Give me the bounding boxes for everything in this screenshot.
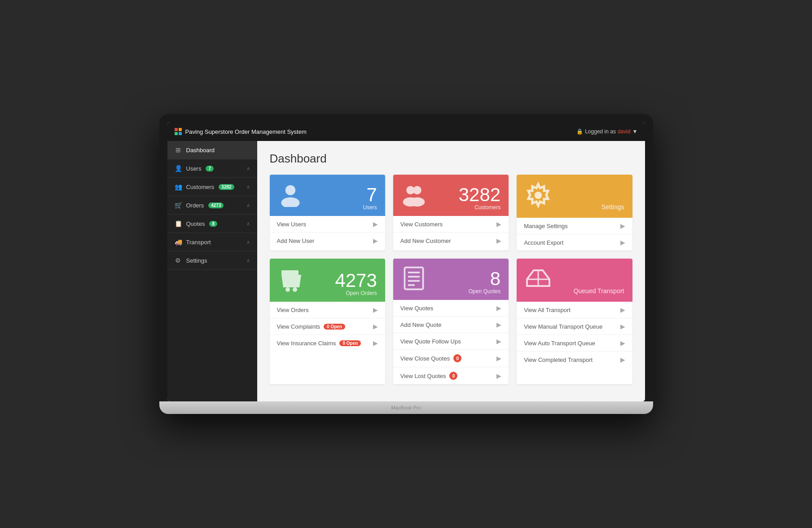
navbar-user: 🔒 Logged in as david ▼ bbox=[576, 128, 637, 135]
arrow-icon: ▶ bbox=[373, 306, 378, 313]
view-customers-link[interactable]: View Customers ▶ bbox=[393, 216, 509, 232]
view-auto-transport-link[interactable]: View Auto Transport Queue ▶ bbox=[517, 334, 632, 351]
lock-icon: 🔒 bbox=[576, 128, 583, 135]
svg-point-9 bbox=[285, 287, 290, 292]
view-orders-link[interactable]: View Orders ▶ bbox=[270, 302, 385, 318]
arrow-icon: ▶ bbox=[496, 355, 501, 362]
transport-card-links: View All Transport ▶ View Manual Transpo… bbox=[517, 302, 632, 368]
quotes-card-header: 8 Open Quotes bbox=[393, 259, 509, 300]
complaints-badge: 0 Open bbox=[324, 324, 345, 330]
chevron-icon: ∧ bbox=[246, 184, 250, 190]
customers-card-header: 3282 Customers bbox=[393, 175, 509, 216]
laptop-wrapper: Paving Superstore Order Management Syste… bbox=[159, 114, 653, 414]
users-card-header: 7 Users bbox=[270, 175, 385, 216]
settings-card-header: Settings bbox=[517, 175, 632, 218]
view-completed-transport-link[interactable]: View Completed Transport ▶ bbox=[517, 351, 632, 368]
transport-card-header: Queued Transport bbox=[517, 259, 632, 302]
arrow-icon: ▶ bbox=[496, 220, 501, 228]
customers-count: 3282 bbox=[459, 185, 500, 204]
quotes-icon: 📋 bbox=[175, 220, 182, 227]
orders-count: 4273 bbox=[335, 271, 377, 290]
arrow-icon: ▶ bbox=[496, 338, 501, 345]
users-card-links: View Users ▶ Add New User ▶ bbox=[270, 216, 385, 249]
insurance-badge: 0 Open bbox=[339, 340, 361, 346]
lost-quotes-badge: 0 bbox=[449, 372, 457, 380]
arrow-icon: ▶ bbox=[620, 323, 625, 330]
view-users-link[interactable]: View Users ▶ bbox=[270, 216, 385, 232]
view-quote-followups-link[interactable]: View Quote Follow Ups ▶ bbox=[393, 333, 509, 349]
view-complaints-link[interactable]: View Complaints 0 Open ▶ bbox=[270, 318, 385, 334]
customers-icon: 👥 bbox=[175, 183, 182, 190]
manage-settings-link[interactable]: Manage Settings ▶ bbox=[517, 218, 632, 234]
sidebar-item-users[interactable]: 👤 Users 7 ∧ bbox=[167, 159, 257, 178]
arrow-icon: ▶ bbox=[496, 321, 501, 328]
view-manual-transport-link[interactable]: View Manual Transport Queue ▶ bbox=[517, 318, 632, 334]
orders-icon: 🛒 bbox=[175, 202, 182, 209]
logged-in-label: Logged in as bbox=[585, 128, 616, 135]
navbar-brand: Paving Superstore Order Management Syste… bbox=[175, 128, 307, 135]
sidebar: ⊞ Dashboard 👤 Users 7 ∧ 👥 Customers bbox=[167, 141, 257, 401]
customers-card: 3282 Customers View Customers ▶ Add New … bbox=[393, 175, 509, 251]
sidebar-item-settings[interactable]: ⚙ Settings ∧ bbox=[167, 251, 257, 270]
sidebar-item-orders[interactable]: 🛒 Orders 4273 ∧ bbox=[167, 196, 257, 215]
orders-label: Open Orders bbox=[335, 290, 377, 296]
sidebar-item-customers[interactable]: 👥 Customers 3282 ∧ bbox=[167, 178, 257, 196]
sidebar-item-dashboard[interactable]: ⊞ Dashboard bbox=[167, 141, 257, 159]
settings-label: Settings bbox=[601, 203, 624, 211]
view-quotes-link[interactable]: View Quotes ▶ bbox=[393, 300, 509, 316]
view-insurance-link[interactable]: View Insurance Claims 0 Open ▶ bbox=[270, 334, 385, 351]
laptop-base: MacBook Pro bbox=[159, 401, 653, 414]
view-all-transport-link[interactable]: View All Transport ▶ bbox=[517, 302, 632, 318]
add-new-quote-link[interactable]: Add New Quote ▶ bbox=[393, 316, 509, 333]
svg-point-0 bbox=[285, 185, 295, 195]
sidebar-label-settings: Settings bbox=[186, 257, 207, 264]
orders-card-header: 4273 Open Orders bbox=[270, 259, 385, 302]
arrow-icon: ▶ bbox=[496, 372, 501, 379]
sidebar-label-users: Users bbox=[186, 165, 202, 172]
svg-point-3 bbox=[413, 186, 421, 194]
settings-card-icon bbox=[525, 182, 552, 212]
settings-icon: ⚙ bbox=[175, 257, 182, 264]
laptop-base-label: MacBook Pro bbox=[391, 405, 421, 410]
dashboard-grid: 7 Users View Users ▶ Add New User bbox=[270, 175, 632, 384]
account-export-link[interactable]: Account Export ▶ bbox=[517, 234, 632, 251]
customers-card-icon bbox=[401, 182, 426, 211]
arrow-icon: ▶ bbox=[373, 220, 378, 228]
quotes-badge: 8 bbox=[209, 221, 217, 227]
view-lost-quotes-link[interactable]: View Lost Quotes 0 ▶ bbox=[393, 367, 509, 384]
add-new-user-link[interactable]: Add New User ▶ bbox=[270, 232, 385, 249]
arrow-icon: ▶ bbox=[620, 222, 625, 229]
arrow-icon: ▶ bbox=[373, 237, 378, 244]
users-badge: 7 bbox=[206, 166, 214, 172]
close-quotes-badge: 0 bbox=[453, 354, 461, 362]
sidebar-item-transport[interactable]: 🚚 Transport ∧ bbox=[167, 233, 257, 251]
customers-label: Customers bbox=[459, 204, 500, 211]
customers-badge: 3282 bbox=[219, 184, 234, 190]
quotes-card-links: View Quotes ▶ Add New Quote ▶ View Quote… bbox=[393, 300, 509, 384]
chevron-icon: ∧ bbox=[246, 166, 250, 172]
svg-rect-8 bbox=[281, 270, 298, 275]
main-layout: ⊞ Dashboard 👤 Users 7 ∧ 👥 Customers bbox=[167, 141, 645, 401]
arrow-icon: ▶ bbox=[373, 339, 378, 347]
arrow-icon: ▶ bbox=[620, 306, 625, 313]
sidebar-item-quotes[interactable]: 📋 Quotes 8 ∧ bbox=[167, 215, 257, 233]
dashboard-icon: ⊞ bbox=[175, 146, 182, 154]
chevron-icon: ∧ bbox=[246, 202, 250, 208]
chevron-icon: ∧ bbox=[246, 239, 250, 245]
svg-point-10 bbox=[293, 287, 297, 292]
svg-point-5 bbox=[409, 198, 425, 207]
quotes-card: 8 Open Quotes View Quotes ▶ Add New Quot… bbox=[393, 259, 509, 384]
orders-card-links: View Orders ▶ View Complaints 0 Open ▶ bbox=[270, 302, 385, 351]
settings-card-links: Manage Settings ▶ Account Export ▶ bbox=[517, 218, 632, 251]
chevron-icon: ∧ bbox=[246, 221, 250, 227]
page-title: Dashboard bbox=[270, 152, 632, 166]
svg-point-7 bbox=[535, 192, 542, 199]
transport-card-icon bbox=[525, 266, 552, 296]
sidebar-label-orders: Orders bbox=[186, 202, 204, 209]
brand-icon bbox=[175, 128, 182, 135]
sidebar-label-quotes: Quotes bbox=[186, 220, 205, 227]
add-new-customer-link[interactable]: Add New Customer ▶ bbox=[393, 232, 509, 249]
quotes-label: Open Quotes bbox=[469, 288, 500, 295]
view-close-quotes-link[interactable]: View Close Quotes 0 ▶ bbox=[393, 349, 509, 367]
transport-card: Queued Transport View All Transport ▶ Vi… bbox=[517, 259, 632, 384]
